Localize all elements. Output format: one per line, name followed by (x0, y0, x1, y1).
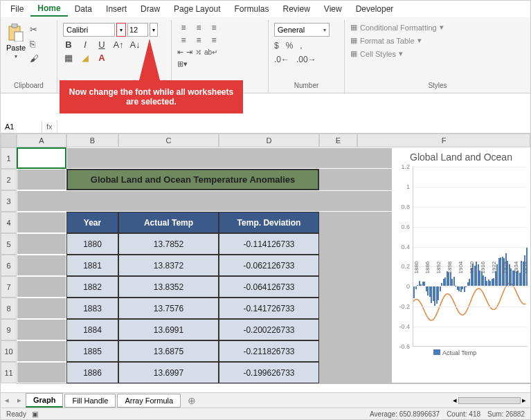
menu-developer[interactable]: Developer (349, 2, 401, 16)
row-head-8[interactable]: 8 (1, 298, 17, 319)
chart-plot: -0.6-0.4-0.200.20.40.60.811.2 1880188618… (396, 167, 528, 347)
tab-fill-handle[interactable]: Fill Handle (64, 394, 116, 408)
col-head-A[interactable]: A (17, 134, 66, 147)
row-head-1[interactable]: 1 (1, 147, 17, 169)
increase-decimal[interactable]: .0← (274, 55, 289, 64)
th-actual[interactable]: Actual Temp (118, 212, 219, 233)
row-head-7[interactable]: 7 (1, 276, 17, 298)
format-painter-icon[interactable]: 🖌 (30, 53, 39, 64)
copy-icon[interactable]: ⎘ (30, 39, 39, 49)
font-color-button[interactable]: A (96, 53, 107, 63)
paste-button[interactable]: Paste ▾ (6, 23, 26, 64)
underline-button[interactable]: U (96, 39, 107, 50)
table-row[interactable]: 1883 (66, 298, 118, 319)
align-bot[interactable]: ≡ (208, 23, 220, 33)
currency-button[interactable]: $ (274, 41, 279, 51)
styles-icon: ▦ (350, 49, 357, 58)
menu-draw[interactable]: Draw (134, 2, 167, 16)
cond-fmt-icon: ▦ (350, 23, 357, 32)
font-name-input[interactable]: Calibri (63, 23, 115, 37)
increase-indent[interactable]: ⇥ (186, 48, 192, 57)
row-head-3[interactable]: 3 (1, 190, 17, 212)
number-format-select[interactable]: General▾ (274, 23, 330, 37)
menu-file[interactable]: File (3, 2, 30, 16)
borders-button[interactable]: ▦ (63, 53, 74, 63)
menu-formulas[interactable]: Formulas (227, 2, 276, 16)
orientation-button[interactable]: ⤭ (195, 48, 201, 57)
table-row[interactable]: 1886 (66, 362, 118, 383)
menu-data[interactable]: Data (68, 2, 99, 16)
font-name-dropdown[interactable]: ▾ (116, 23, 126, 37)
cell-A2[interactable] (17, 169, 66, 190)
table-row[interactable]: 1884 (66, 319, 118, 340)
row-head-11[interactable]: 11 (1, 362, 17, 383)
wrap-text-button[interactable]: ab↵ (204, 48, 217, 56)
align-left[interactable]: ≡ (177, 35, 190, 45)
new-sheet-button[interactable]: ⊕ (182, 395, 201, 406)
table-row[interactable]: 1882 (66, 276, 118, 298)
table-row[interactable]: 1885 (66, 340, 118, 362)
menu-pagelayout[interactable]: Page Layout (167, 2, 227, 16)
merge-button[interactable]: ⊞▾ (177, 60, 188, 69)
font-size-dropdown[interactable]: ▾ (150, 23, 158, 37)
align-right[interactable]: ≡ (208, 35, 220, 45)
scroll-right-icon[interactable]: ▸ (522, 396, 526, 405)
conditional-formatting[interactable]: ▦Conditional Formatting ▾ (350, 23, 525, 32)
th-year[interactable]: Year (66, 212, 118, 233)
align-top[interactable]: ≡ (177, 23, 190, 33)
status-average: Average: 650.8996637 (370, 410, 440, 418)
record-macro-icon[interactable]: ▣ (32, 410, 38, 418)
menu-insert[interactable]: Insert (99, 2, 134, 16)
col-head-C[interactable]: C (118, 134, 219, 147)
row-head-9[interactable]: 9 (1, 319, 17, 340)
chart[interactable]: Global Land and Ocean -0.6-0.4-0.200.20.… (392, 147, 530, 383)
select-all-corner[interactable] (1, 134, 17, 147)
scroll-left-icon[interactable]: ◂ (453, 396, 457, 405)
paste-icon (7, 23, 25, 42)
row-head-4[interactable]: 4 (1, 212, 17, 233)
row-head-5[interactable]: 5 (1, 233, 17, 255)
th-dev[interactable]: Temp. Deviation (219, 212, 319, 233)
menu-review[interactable]: Review (276, 2, 316, 16)
cell-styles[interactable]: ▦Cell Styles ▾ (350, 49, 525, 58)
title-cell[interactable]: Global Land and Ocean Temperature Anomal… (66, 169, 319, 190)
row-head-2[interactable]: 2 (1, 169, 17, 190)
horizontal-scroll[interactable]: ◂ ▸ (453, 396, 530, 405)
menu-view[interactable]: View (317, 2, 349, 16)
grid-body[interactable]: Global Land and Ocean Temperature Anomal… (17, 147, 530, 384)
worksheet: 1 2 3 4 5 6 7 8 9 10 11 A B C D E F (1, 134, 530, 384)
increase-font-button[interactable]: A↑ (113, 39, 124, 50)
percent-button[interactable]: % (286, 41, 294, 51)
col-head-D[interactable]: D (219, 134, 319, 147)
align-mid[interactable]: ≡ (192, 23, 205, 33)
fx-icon[interactable]: fx (42, 122, 57, 131)
align-center[interactable]: ≡ (192, 35, 205, 45)
col-head-F[interactable]: F (357, 134, 530, 147)
font-size-input[interactable]: 12 (127, 23, 148, 37)
name-box[interactable]: A1 (1, 121, 42, 132)
tab-nav-next[interactable]: ▸ (13, 396, 26, 405)
table-row[interactable]: 1881 (66, 255, 118, 276)
fill-color-button[interactable]: ◢ (80, 53, 91, 63)
col-head-E[interactable]: E (319, 134, 357, 147)
menu-home[interactable]: Home (30, 1, 67, 17)
col-head-B[interactable]: B (66, 134, 118, 147)
format-as-table[interactable]: ▦Format as Table ▾ (350, 36, 525, 45)
tab-nav-prev[interactable]: ◂ (1, 396, 13, 405)
cell-A1[interactable] (17, 147, 66, 169)
comma-button[interactable]: , (300, 41, 302, 51)
cut-icon[interactable]: ✂ (30, 24, 39, 35)
tab-array-formula[interactable]: Array Formula (117, 394, 181, 408)
italic-button[interactable]: I (80, 39, 91, 50)
decrease-decimal[interactable]: .00→ (296, 55, 316, 64)
decrease-indent[interactable]: ⇤ (177, 48, 183, 57)
table-row[interactable]: 1880 (66, 233, 118, 255)
bold-button[interactable]: B (63, 39, 74, 50)
scroll-thumb[interactable] (458, 397, 521, 404)
row-head-6[interactable]: 6 (1, 255, 17, 276)
column-headers: A B C D E F (17, 134, 530, 147)
tab-graph[interactable]: Graph (26, 393, 63, 408)
sheet-tabs: ◂ ▸ Graph Fill Handle Array Formula ⊕ ◂ … (1, 392, 530, 408)
formula-input[interactable] (57, 120, 530, 133)
row-head-10[interactable]: 10 (1, 340, 17, 362)
